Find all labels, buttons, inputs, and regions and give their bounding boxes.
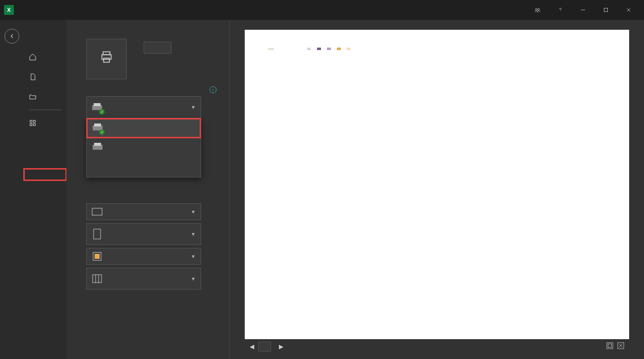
maximize-button[interactable] xyxy=(594,0,617,20)
minimize-button[interactable] xyxy=(572,0,594,20)
print-settings-panel: i ▾ xyxy=(66,20,230,359)
printer-icon xyxy=(92,142,104,153)
chevron-down-icon: ▾ xyxy=(192,231,197,238)
back-button[interactable] xyxy=(4,29,19,44)
new-icon xyxy=(29,73,37,81)
printer-option-pdf[interactable] xyxy=(87,119,201,138)
orientation-select[interactable]: ▾ xyxy=(86,203,201,220)
home-icon xyxy=(29,53,37,61)
zoom-to-page-button[interactable] xyxy=(617,342,624,351)
svg-rect-23 xyxy=(93,275,102,283)
copies-input[interactable] xyxy=(144,42,171,54)
svg-rect-6 xyxy=(30,120,32,122)
printer-select[interactable]: ▾ xyxy=(86,96,201,118)
preview-footer: ◀ ▶ xyxy=(245,339,629,354)
svg-rect-12 xyxy=(104,58,109,62)
paper-select[interactable]: ▾ xyxy=(86,223,201,245)
addins-icon xyxy=(29,119,37,127)
printer-icon xyxy=(91,101,104,114)
nav-export[interactable] xyxy=(24,192,66,204)
svg-rect-22 xyxy=(95,254,100,259)
svg-point-1 xyxy=(538,8,540,10)
collated-sub xyxy=(86,197,216,203)
margins-select[interactable]: ▾ xyxy=(86,248,201,265)
nav-info[interactable] xyxy=(24,133,66,145)
excel-icon: X xyxy=(4,5,14,15)
close-button[interactable] xyxy=(617,0,640,20)
prev-page-button[interactable]: ◀ xyxy=(250,343,254,350)
svg-rect-19 xyxy=(92,208,102,215)
printer-option-onenote[interactable] xyxy=(87,138,201,157)
preview-page xyxy=(245,30,629,339)
svg-rect-20 xyxy=(94,229,101,239)
nav-options[interactable] xyxy=(24,248,66,260)
nav-publish[interactable] xyxy=(24,204,66,216)
next-page-button[interactable]: ▶ xyxy=(279,343,283,350)
gantt-table xyxy=(265,55,609,63)
margins-icon xyxy=(91,250,104,263)
preview-subtitle xyxy=(265,48,609,50)
open-icon xyxy=(29,93,37,101)
nav-new[interactable] xyxy=(24,67,66,87)
paper-icon xyxy=(91,228,104,240)
help-icon[interactable] xyxy=(549,0,572,20)
svg-rect-14 xyxy=(94,103,101,106)
info-icon[interactable]: i xyxy=(210,86,216,93)
svg-rect-9 xyxy=(33,123,35,125)
printer-section-label: i xyxy=(86,86,216,93)
scaling-icon xyxy=(91,272,104,285)
scaling-select[interactable]: ▾ xyxy=(86,268,201,290)
add-printer-action[interactable] xyxy=(87,157,201,167)
svg-point-0 xyxy=(536,8,537,10)
svg-rect-26 xyxy=(607,343,613,349)
printer-dropdown-menu xyxy=(86,118,201,178)
preview-legend xyxy=(307,48,352,50)
nav-save[interactable] xyxy=(24,145,66,157)
show-margins-button[interactable] xyxy=(606,342,613,351)
nav-print[interactable] xyxy=(24,169,66,180)
chevron-down-icon: ▾ xyxy=(192,208,197,215)
nav-divider xyxy=(29,110,61,110)
nav-home[interactable] xyxy=(24,47,66,67)
titlebar: X xyxy=(0,0,644,20)
chevron-down-icon: ▾ xyxy=(192,104,197,111)
svg-rect-18 xyxy=(94,143,101,146)
nav-addins[interactable] xyxy=(24,113,66,133)
page-number-input[interactable] xyxy=(258,342,271,352)
nav-share[interactable] xyxy=(24,180,66,192)
svg-rect-8 xyxy=(30,123,32,125)
back-column xyxy=(0,20,24,359)
orientation-icon xyxy=(91,205,104,218)
share-icon[interactable] xyxy=(526,0,549,20)
chevron-down-icon: ▾ xyxy=(192,275,197,282)
print-button[interactable] xyxy=(86,39,127,79)
nav-open[interactable] xyxy=(24,87,66,107)
printer-icon xyxy=(92,122,104,134)
svg-rect-3 xyxy=(604,8,608,12)
nav-account[interactable] xyxy=(24,236,66,248)
svg-rect-27 xyxy=(608,344,612,348)
preview-panel: ◀ ▶ xyxy=(230,20,644,359)
svg-rect-7 xyxy=(33,120,35,122)
svg-rect-16 xyxy=(94,123,101,126)
sidebar xyxy=(24,20,66,359)
nav-saveas[interactable] xyxy=(24,157,66,169)
chevron-down-icon: ▾ xyxy=(192,253,197,260)
nav-close[interactable] xyxy=(24,216,66,228)
print-to-file-action[interactable] xyxy=(87,167,201,177)
